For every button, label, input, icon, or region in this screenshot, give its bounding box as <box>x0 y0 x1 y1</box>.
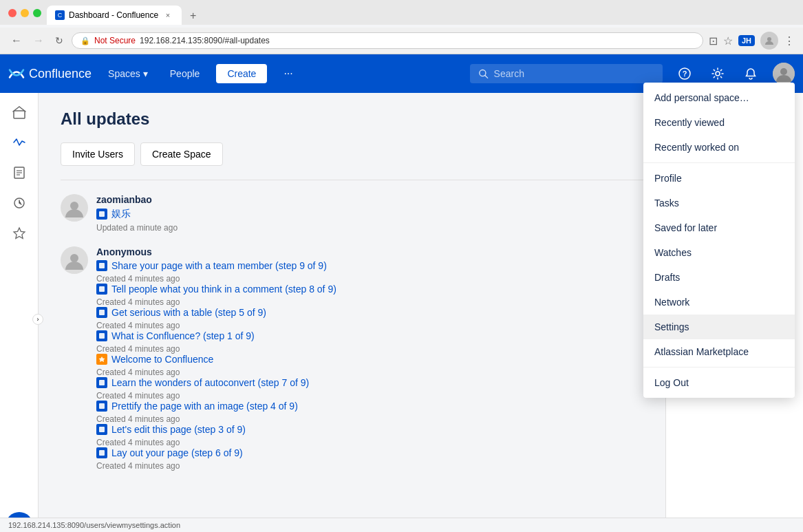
tab-title: Dashboard - Confluence <box>69 10 158 20</box>
dropdown-settings[interactable]: Settings <box>643 315 795 339</box>
page-link-anon-8[interactable]: Lay out your page (step 6 of 9) <box>96 447 643 458</box>
svg-rect-26 <box>99 403 105 409</box>
spaces-chevron-icon: ▾ <box>143 68 148 79</box>
page-link-anon-4[interactable]: Welcome to Confluence <box>96 354 643 365</box>
back-button[interactable]: ← <box>8 33 25 48</box>
confluence-logo[interactable]: Confluence <box>8 65 92 82</box>
url-display: 192.168.214.135:8090/#all-updates <box>140 36 270 45</box>
new-tab-button[interactable]: + <box>184 7 202 25</box>
create-space-button[interactable]: Create Space <box>140 142 223 166</box>
username-anonymous: Anonymous <box>96 246 643 257</box>
search-bar[interactable] <box>470 64 663 83</box>
update-time-anon-5: Created 4 minutes ago <box>96 391 643 401</box>
svg-point-16 <box>70 202 78 210</box>
sidebar-item-activity[interactable] <box>6 129 33 156</box>
dropdown-watches[interactable]: Watches <box>643 240 795 265</box>
avatar-zaomianbao <box>61 194 88 222</box>
svg-marker-24 <box>99 357 105 362</box>
help-button[interactable]: ? <box>674 63 696 85</box>
history-icon <box>12 196 26 210</box>
minimize-window-button[interactable] <box>21 9 29 17</box>
svg-point-19 <box>70 254 78 262</box>
forward-button[interactable]: → <box>30 33 47 48</box>
star-icon <box>12 226 26 240</box>
dropdown-profile[interactable]: Profile <box>643 166 795 191</box>
browser-tabs: C Dashboard - Confluence × + <box>47 6 202 25</box>
svg-rect-22 <box>99 310 105 315</box>
active-tab[interactable]: C Dashboard - Confluence × <box>47 6 182 25</box>
dropdown-saved-for-later[interactable]: Saved for later <box>643 215 795 240</box>
page-link-zaomianbao[interactable]: 娱乐 <box>96 208 643 220</box>
page-type-icon-0 <box>96 260 107 271</box>
main-content: All updates Invite Users Create Space za… <box>39 93 665 532</box>
update-time-anon-2: Created 4 minutes ago <box>96 321 643 330</box>
page-title-zaomianbao: 娱乐 <box>111 208 131 220</box>
svg-marker-14 <box>14 228 25 239</box>
user-avatar-small[interactable] <box>760 32 778 50</box>
security-icon: 🔒 <box>81 36 90 45</box>
close-tab-button[interactable]: × <box>162 10 173 21</box>
traffic-lights <box>8 9 41 17</box>
page-link-anon-6[interactable]: Prettify the page with an image (step 4 … <box>96 401 643 412</box>
user-avatar-header[interactable] <box>773 63 795 85</box>
confluence-logo-icon <box>8 65 25 82</box>
page-type-icon-welcome <box>96 354 107 365</box>
maximize-window-button[interactable] <box>33 9 41 17</box>
sidebar-item-history[interactable] <box>6 189 33 217</box>
page-title-anon-7: Let's edit this page (step 3 of 9) <box>111 424 246 435</box>
settings-button[interactable] <box>707 63 729 85</box>
search-input[interactable] <box>494 68 654 79</box>
confluence-logo-text: Confluence <box>29 67 92 81</box>
dropdown-network[interactable]: Network <box>643 290 795 315</box>
people-nav-item[interactable]: People <box>164 65 206 82</box>
sidebar-item-pages[interactable] <box>6 159 33 187</box>
dropdown-recently-viewed[interactable]: Recently viewed <box>643 110 795 135</box>
page-link-anon-2[interactable]: Get serious with a table (step 5 of 9) <box>96 307 643 318</box>
svg-rect-17 <box>99 211 105 217</box>
left-sidebar: › <box>0 93 39 532</box>
page-link-anon-5[interactable]: Learn the wonders of autoconvert (step 7… <box>96 377 643 388</box>
update-time-anon-7: Created 4 minutes ago <box>96 438 643 447</box>
dropdown-log-out[interactable]: Log Out <box>643 370 795 395</box>
page-link-anon-1[interactable]: Tell people what you think in a comment … <box>96 284 643 295</box>
profile-badge[interactable]: JH <box>738 35 755 46</box>
create-button[interactable]: Create <box>216 64 267 83</box>
close-window-button[interactable] <box>8 9 17 17</box>
page-link-anon-7[interactable]: Let's edit this page (step 3 of 9) <box>96 424 643 435</box>
dropdown-drafts[interactable]: Drafts <box>643 265 795 290</box>
sidebar-collapse-handle[interactable]: › <box>32 314 43 325</box>
dropdown-tasks[interactable]: Tasks <box>643 191 795 215</box>
address-bar[interactable]: 🔒 Not Secure 192.168.214.135:8090/#all-u… <box>72 32 703 49</box>
browser-menu-icon[interactable]: ⋮ <box>784 34 795 47</box>
translate-icon[interactable]: ⊡ <box>709 34 718 47</box>
update-time-anon-1: Created 4 minutes ago <box>96 297 643 307</box>
bookmark-icon[interactable]: ☆ <box>723 34 733 47</box>
refresh-button[interactable]: ↻ <box>52 34 66 47</box>
invite-users-button[interactable]: Invite Users <box>61 142 135 166</box>
dropdown-divider-2 <box>643 367 795 368</box>
page-link-anon-0[interactable]: Share your page with a team member (step… <box>96 260 643 271</box>
more-nav-button[interactable]: ··· <box>278 65 298 83</box>
spaces-label: Spaces <box>108 68 140 79</box>
dropdown-atlassian-marketplace[interactable]: Atlassian Marketplace <box>643 339 795 364</box>
page-title-anon-3: What is Confluence? (step 1 of 9) <box>111 330 255 341</box>
page-type-icon <box>96 209 107 220</box>
dropdown-recently-worked-on[interactable]: Recently worked on <box>643 135 795 160</box>
update-time-anon-3: Created 4 minutes ago <box>96 344 643 354</box>
page-link-anon-3[interactable]: What is Confluence? (step 1 of 9) <box>96 330 643 341</box>
sidebar-item-starred[interactable] <box>6 220 33 247</box>
user-avatar-icon-anonymous <box>62 248 87 273</box>
username-zaomianbao: zaomianbao <box>96 194 643 205</box>
page-title-anon-2: Get serious with a table (step 5 of 9) <box>111 307 266 318</box>
sidebar-item-home[interactable] <box>6 98 33 126</box>
notifications-button[interactable] <box>740 63 762 85</box>
page-type-icon-7 <box>96 424 107 435</box>
page-type-icon-8 <box>96 447 107 458</box>
svg-point-7 <box>780 68 787 75</box>
dropdown-add-personal-space[interactable]: Add personal space… <box>643 85 795 110</box>
toolbar-icons: ⊡ ☆ JH ⋮ <box>709 32 795 50</box>
page-type-icon-2 <box>96 307 107 318</box>
update-content-zaomianbao: zaomianbao 娱乐 Updated a minute ago <box>96 194 643 233</box>
page-type-icon-1 <box>96 284 107 295</box>
spaces-nav-item[interactable]: Spaces ▾ <box>103 65 153 82</box>
